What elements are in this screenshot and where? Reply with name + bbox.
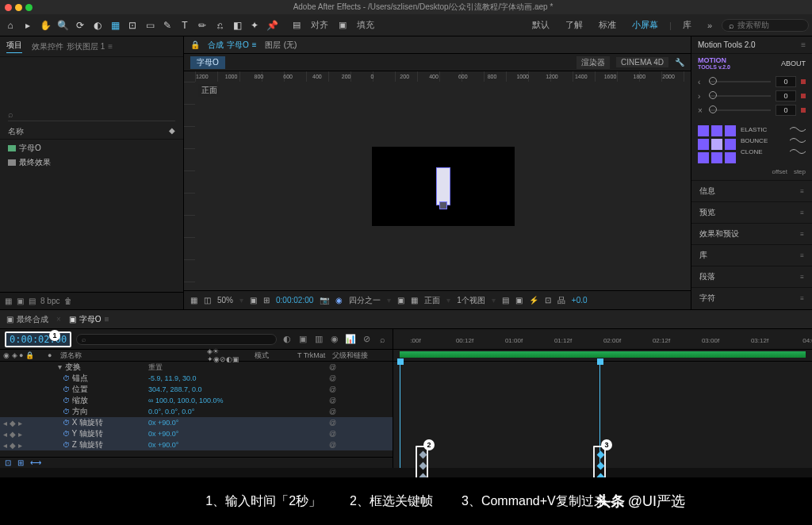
- pen-tool-icon[interactable]: ✎: [160, 18, 174, 33]
- motionblur-icon[interactable]: ◉: [329, 334, 340, 345]
- mask-icon[interactable]: ▣: [250, 296, 257, 305]
- renderer-settings-icon[interactable]: 🔧: [675, 58, 684, 67]
- composition-tab[interactable]: 合成 字母O ≡: [208, 40, 257, 51]
- new-comp-icon[interactable]: ▤: [29, 297, 36, 305]
- slider-knob[interactable]: [709, 105, 717, 113]
- anchor-cell[interactable]: [698, 139, 709, 150]
- eraser-tool-icon[interactable]: ◧: [230, 18, 244, 33]
- workspace-overflow-icon[interactable]: »: [701, 21, 718, 30]
- time-ruler[interactable]: :00f00:12f01:00f01:12f02:00f02:12f03:00f…: [393, 329, 812, 350]
- anchor-cell[interactable]: [698, 125, 709, 136]
- anchor-grid[interactable]: [698, 125, 736, 163]
- pickwhip-icon[interactable]: @: [329, 419, 336, 427]
- keyframe-icon[interactable]: [597, 451, 605, 459]
- close-icon[interactable]: [5, 4, 12, 11]
- slider-reset-icon[interactable]: [801, 108, 806, 113]
- zoom-tool-icon[interactable]: 🔍: [56, 18, 70, 33]
- project-item[interactable]: 字母O: [0, 141, 183, 155]
- parent-link[interactable]: @: [329, 363, 393, 371]
- help-search-input[interactable]: [737, 21, 801, 29]
- panel-library[interactable]: 库≡: [691, 244, 812, 266]
- frameblend-icon[interactable]: ▥: [313, 334, 324, 345]
- property-value[interactable]: 0x +90.0°: [148, 441, 251, 449]
- draft3d-icon[interactable]: ▣: [297, 334, 308, 345]
- panel-effects-presets[interactable]: 效果和预设≡: [691, 223, 812, 244]
- curve-preset[interactable]: CLONE: [741, 148, 806, 155]
- rotate-tool-icon[interactable]: ◐: [90, 18, 105, 33]
- view-count[interactable]: 1个视图: [457, 295, 485, 306]
- ease-slider-row[interactable]: ×0: [698, 105, 806, 116]
- workspace-small[interactable]: 小屏幕: [626, 19, 665, 31]
- parent-link[interactable]: @: [329, 385, 393, 393]
- resolution-dropdown[interactable]: 四分之一: [349, 295, 381, 306]
- property-name[interactable]: ⏱ 方向: [57, 406, 148, 417]
- column-label-icon[interactable]: ◆: [169, 126, 175, 137]
- project-search[interactable]: ⌕: [8, 108, 175, 121]
- stopwatch-icon[interactable]: ⏱: [63, 397, 70, 404]
- snapshot-icon[interactable]: 📷: [320, 296, 329, 305]
- trkmat-header[interactable]: TrkMat: [304, 351, 326, 359]
- anchor-cell[interactable]: [711, 125, 722, 136]
- workspace-learn[interactable]: 了解: [559, 19, 589, 31]
- stopwatch-icon[interactable]: ⏱: [63, 419, 70, 427]
- link-icon[interactable]: ∞: [148, 397, 153, 404]
- minimize-icon[interactable]: [15, 4, 22, 11]
- shy-icon[interactable]: ◐: [282, 334, 293, 345]
- offset-label[interactable]: offset: [772, 168, 787, 175]
- property-name[interactable]: ⏱ 位置: [57, 384, 148, 395]
- property-value[interactable]: 0x +90.0°: [148, 419, 251, 427]
- panel-menu-icon[interactable]: ≡: [108, 42, 113, 51]
- property-value[interactable]: -5.9, 11.9, 30.0: [148, 374, 251, 382]
- pickwhip-icon[interactable]: @: [329, 385, 336, 393]
- property-name[interactable]: ⏱ X 轴旋转: [57, 417, 148, 428]
- property-value[interactable]: 重置: [148, 362, 251, 373]
- slider-reset-icon[interactable]: [801, 94, 806, 98]
- exposure-value[interactable]: +0.0: [572, 296, 588, 305]
- keyframe-icon[interactable]: [597, 462, 605, 470]
- composition-viewport[interactable]: 1200100080060040020002004006008001000120…: [184, 71, 691, 290]
- anchor-cell[interactable]: [725, 125, 736, 136]
- property-row[interactable]: ⏱ 位置304.7, 288.7, 0.0@: [0, 384, 393, 395]
- pickwhip-icon[interactable]: @: [329, 408, 336, 416]
- parent-header[interactable]: 父级和链接: [329, 351, 393, 361]
- channel-icon[interactable]: ◉: [335, 296, 343, 305]
- property-name[interactable]: ⏱ Y 轴旋转: [57, 428, 148, 439]
- timeline-icon[interactable]: ⊡: [545, 296, 551, 305]
- slider-track[interactable]: [709, 109, 771, 111]
- property-row[interactable]: ◂ ◆ ▸ ⏱ Z 轴旋转0x +90.0°@: [0, 439, 393, 450]
- layer-tab[interactable]: 图层 (无): [265, 40, 297, 51]
- property-row[interactable]: ⏱ 方向0.0°, 0.0°, 0.0°@: [0, 406, 393, 417]
- help-search[interactable]: ⌕: [722, 19, 809, 32]
- delete-icon[interactable]: 🗑: [64, 297, 72, 305]
- anchor-cell[interactable]: [725, 152, 736, 163]
- selection-tool-icon[interactable]: ▸: [21, 18, 35, 33]
- bpc-button[interactable]: 8 bpc: [40, 297, 59, 305]
- zoom-value[interactable]: 50%: [217, 296, 233, 305]
- curve-preset[interactable]: ELASTIC: [741, 125, 806, 133]
- toggle-switches-icon[interactable]: ⊡: [5, 458, 11, 467]
- property-name[interactable]: ⏱ 锚点: [57, 373, 148, 384]
- anchor-cell-center[interactable]: [711, 139, 722, 150]
- panel-character[interactable]: 字符≡: [691, 287, 812, 308]
- slider-knob[interactable]: [709, 91, 717, 99]
- property-value[interactable]: ∞ 100.0, 100.0, 100.0%: [148, 397, 251, 404]
- expr-icon[interactable]: ⊘: [361, 334, 372, 345]
- keyframe-nav[interactable]: ◂ ◆ ▸: [0, 441, 44, 450]
- stopwatch-icon[interactable]: ⏱: [63, 408, 70, 416]
- property-row[interactable]: ◂ ◆ ▸ ⏱ Y 轴旋转0x +90.0°@: [0, 428, 393, 439]
- stopwatch-icon[interactable]: ⏱: [63, 374, 70, 382]
- pickwhip-icon[interactable]: @: [329, 363, 336, 371]
- fast-preview-icon[interactable]: ⚡: [529, 296, 538, 305]
- slider-knob[interactable]: [709, 77, 717, 85]
- expand-icon[interactable]: ⟷: [30, 458, 41, 467]
- roi-icon[interactable]: ▣: [397, 296, 404, 305]
- pickwhip-icon[interactable]: @: [329, 397, 336, 404]
- anchor-cell[interactable]: [725, 139, 736, 150]
- keyframe-nav[interactable]: ◂ ◆ ▸: [0, 430, 44, 439]
- camera-tool-icon[interactable]: ▦: [108, 18, 122, 33]
- timeline-tab-final[interactable]: ▣ 最终合成: [6, 314, 48, 325]
- pickwhip-icon[interactable]: @: [329, 441, 336, 449]
- property-value[interactable]: 0.0°, 0.0°, 0.0°: [148, 408, 251, 416]
- snap-icon[interactable]: ⌕: [377, 334, 388, 345]
- keyframe-icon[interactable]: [419, 462, 427, 470]
